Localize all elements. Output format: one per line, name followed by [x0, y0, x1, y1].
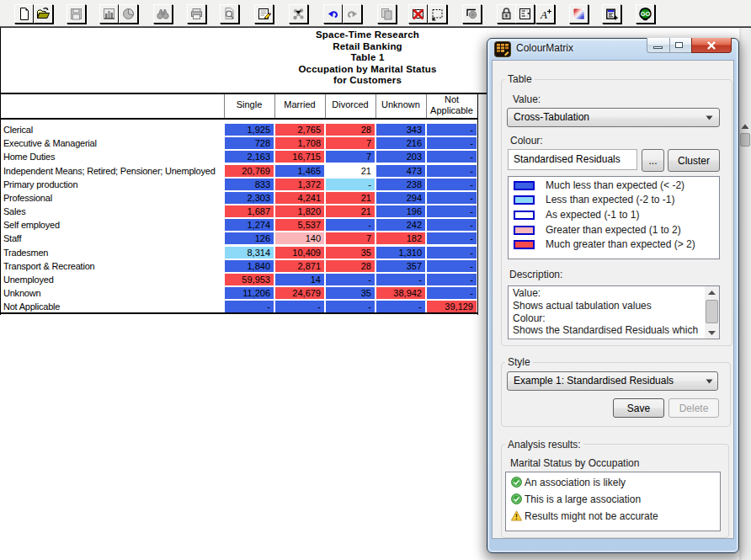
- svg-text:GO: GO: [641, 10, 651, 18]
- svg-text:A: A: [540, 8, 547, 21]
